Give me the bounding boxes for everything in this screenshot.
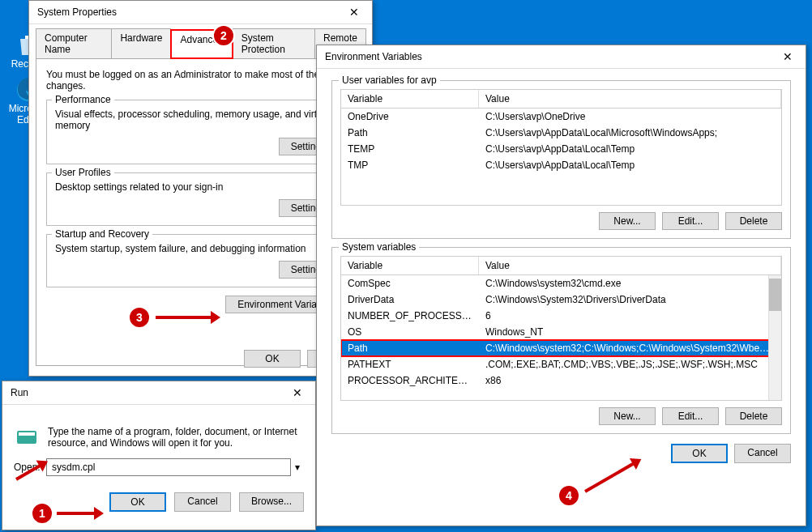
run-ok-button[interactable]: OK <box>109 492 166 512</box>
run-browse-button[interactable]: Browse... <box>239 492 304 512</box>
annotation-1-arrow <box>57 512 96 515</box>
run-titlebar[interactable]: Run ✕ <box>2 381 315 405</box>
user-profiles-legend: User Profiles <box>52 167 114 178</box>
run-icon <box>14 424 40 450</box>
sysprop-title: System Properties <box>37 6 117 18</box>
sys-edit-button[interactable]: Edit... <box>662 407 719 425</box>
sys-delete-button[interactable]: Delete <box>725 407 782 425</box>
table-row[interactable]: TMPC:\Users\avp\AppData\Local\Temp <box>341 157 781 173</box>
tab-computer-name[interactable]: Computer Name <box>36 28 112 58</box>
table-row[interactable]: TEMPC:\Users\avp\AppData\Local\Temp <box>341 141 781 157</box>
annotation-4: 4 <box>558 484 580 507</box>
user-profiles-group: User Profiles Desktop settings related t… <box>46 172 355 226</box>
table-row[interactable]: PathC:\Users\avp\AppData\Local\Microsoft… <box>341 125 781 141</box>
startup-recovery-group: Startup and Recovery System startup, sys… <box>46 234 355 287</box>
user-new-button[interactable]: New... <box>599 212 656 230</box>
table-row[interactable]: PROCESSOR_ARCHITECTUREx86 <box>341 372 781 389</box>
system-variables-group: System variables Variable Value ComSpecC… <box>331 247 791 434</box>
close-icon[interactable]: ✕ <box>778 50 797 63</box>
system-variables-legend: System variables <box>339 241 419 253</box>
table-row[interactable]: PATHEXT.COM;.EXE;.BAT;.CMD;.VBS;.VBE;.JS… <box>341 356 781 372</box>
close-icon[interactable]: ✕ <box>344 6 364 19</box>
startup-recovery-text: System startup, system failure, and debu… <box>55 243 346 254</box>
table-row[interactable]: ComSpecC:\Windows\system32\cmd.exe <box>341 275 781 292</box>
system-variables-list[interactable]: ComSpecC:\Windows\system32\cmd.exeDriver… <box>340 275 782 401</box>
annotation-1b-arrow <box>16 478 45 481</box>
environment-variables-dialog: Environment Variables ✕ User variables f… <box>316 45 806 526</box>
env-titlebar[interactable]: Environment Variables ✕ <box>317 45 806 69</box>
close-icon[interactable]: ✕ <box>288 386 307 399</box>
sysprop-intro: You must be logged on as an Administrato… <box>46 69 355 92</box>
tab-system-protection[interactable]: System Protection <box>233 28 315 58</box>
sys-list-header[interactable]: Variable Value <box>340 256 782 275</box>
run-desc: Type the name of a program, folder, docu… <box>48 426 304 449</box>
annotation-4-arrow <box>585 490 642 493</box>
col-value[interactable]: Value <box>479 90 781 108</box>
scrollbar-thumb[interactable] <box>769 279 781 311</box>
startup-recovery-legend: Startup and Recovery <box>52 228 152 240</box>
table-row[interactable]: DriverDataC:\Windows\System32\Drivers\Dr… <box>341 292 781 308</box>
sys-new-button[interactable]: New... <box>599 407 656 425</box>
performance-legend: Performance <box>52 94 114 105</box>
user-variables-list[interactable]: OneDriveC:\Users\avp\OneDrivePathC:\User… <box>340 109 782 206</box>
scrollbar[interactable] <box>768 275 781 400</box>
table-row[interactable]: PathC:\Windows\system32;C:\Windows;C:\Wi… <box>341 340 781 356</box>
tab-hardware[interactable]: Hardware <box>111 28 171 58</box>
user-profiles-text: Desktop settings related to your sign-in <box>55 181 346 193</box>
user-delete-button[interactable]: Delete <box>725 212 782 230</box>
env-ok-button[interactable]: OK <box>671 444 728 463</box>
sysprop-ok-button[interactable]: OK <box>244 350 301 368</box>
annotation-1: 1 <box>31 502 53 525</box>
col-variable[interactable]: Variable <box>341 257 479 275</box>
user-list-header[interactable]: Variable Value <box>340 89 782 109</box>
run-cancel-button[interactable]: Cancel <box>174 492 231 512</box>
table-row[interactable]: OSWindows_NT <box>341 324 781 340</box>
open-input[interactable] <box>46 458 291 476</box>
annotation-2: 2 <box>212 24 235 47</box>
table-row[interactable]: OneDriveC:\Users\avp\OneDrive <box>341 109 781 125</box>
env-cancel-button[interactable]: Cancel <box>734 444 791 463</box>
performance-group: Performance Visual effects, processor sc… <box>46 100 355 164</box>
dropdown-icon[interactable]: ▾ <box>291 462 304 473</box>
env-title: Environment Variables <box>325 51 422 62</box>
annotation-3-arrow <box>156 316 212 319</box>
col-variable[interactable]: Variable <box>341 90 479 108</box>
user-variables-group: User variables for avp Variable Value On… <box>331 80 791 239</box>
run-title: Run <box>11 387 28 398</box>
user-edit-button[interactable]: Edit... <box>662 212 719 230</box>
col-value[interactable]: Value <box>479 257 781 275</box>
table-row[interactable]: NUMBER_OF_PROCESSORS6 <box>341 308 781 324</box>
sysprop-titlebar[interactable]: System Properties ✕ <box>29 1 372 24</box>
performance-text: Visual effects, processor scheduling, me… <box>55 109 346 131</box>
user-variables-legend: User variables for avp <box>339 74 440 86</box>
annotation-3: 3 <box>128 306 151 329</box>
svg-rect-2 <box>19 432 35 436</box>
